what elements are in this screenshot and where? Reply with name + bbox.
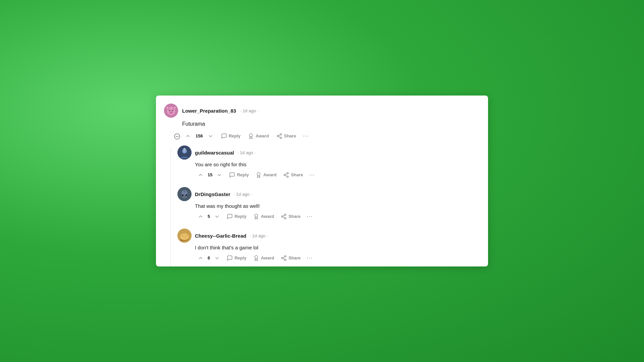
svg-line-51 — [283, 256, 285, 257]
svg-point-45 — [186, 235, 187, 236]
post-action-bar: 156 Reply Award Share ··· — [174, 131, 480, 141]
comment-3-share[interactable]: Share — [278, 254, 303, 262]
svg-rect-32 — [185, 194, 187, 196]
upvote-icon — [198, 172, 204, 178]
comment-2-actions: 5 Reply Award Share — [195, 212, 480, 221]
comment-3-more[interactable]: ··· — [305, 253, 315, 263]
thread-line-col — [164, 145, 177, 266]
thread-content: guildwarscasual · 1d ago · You are so ri… — [177, 145, 480, 266]
downvote-icon — [216, 172, 222, 178]
svg-point-23 — [257, 172, 260, 175]
svg-point-25 — [284, 174, 286, 176]
comment-2-downvote[interactable] — [211, 212, 223, 221]
comment-1-more[interactable]: ··· — [307, 170, 317, 180]
comment-2-share[interactable]: Share — [278, 212, 303, 221]
share-button[interactable]: Share — [274, 132, 299, 140]
comment-2-body: That was my thought as well! — [195, 203, 480, 209]
svg-point-36 — [281, 216, 283, 217]
comment-2-author[interactable]: DrDingsGaster — [195, 191, 230, 197]
comment-1-body: You are so right for this — [195, 162, 480, 167]
comment-3: Cheesy--Garlic-Bread · 1d ago · I don't … — [177, 229, 480, 266]
comment-1-upvote[interactable] — [195, 171, 206, 179]
share-icon — [281, 214, 287, 220]
comment-2: DrDingsGaster · 1d ago · That was my tho… — [177, 187, 480, 229]
comment-3-upvote[interactable] — [195, 254, 206, 262]
comment-1-avatar — [177, 145, 192, 160]
reply-button[interactable]: Reply — [218, 132, 243, 140]
svg-point-34 — [255, 214, 258, 217]
svg-line-27 — [285, 175, 287, 176]
svg-point-41 — [180, 233, 189, 240]
comment-3-downvote[interactable] — [211, 254, 223, 262]
svg-point-8 — [172, 110, 173, 111]
post-card: Lower_Preparation_83 · 1d ago · Futurama… — [156, 96, 488, 266]
comment-1-timestamp: · 1d ago · — [237, 150, 256, 155]
svg-point-14 — [280, 133, 282, 135]
comment-1-actions: 15 Reply Award Share — [195, 170, 480, 180]
post-avatar — [164, 104, 178, 118]
comment-2-votes: 5 — [208, 214, 210, 219]
svg-point-43 — [185, 237, 186, 238]
award-button[interactable]: Award — [245, 132, 272, 140]
comment-1-votes: 15 — [208, 172, 212, 177]
comment-3-award[interactable]: Award — [251, 254, 277, 262]
award-icon — [256, 172, 262, 178]
comment-1: guildwarscasual · 1d ago · You are so ri… — [177, 145, 480, 187]
downvote-icon — [208, 133, 214, 139]
upvote-button[interactable] — [182, 132, 194, 140]
svg-point-37 — [284, 218, 286, 219]
svg-line-50 — [283, 258, 285, 259]
svg-point-24 — [287, 172, 289, 174]
comment-3-header: Cheesy--Garlic-Bread · 1d ago · — [177, 229, 480, 243]
svg-point-13 — [250, 133, 253, 136]
upvote-icon — [198, 255, 204, 261]
svg-point-49 — [284, 259, 286, 261]
downvote-icon — [214, 214, 220, 220]
award-icon — [253, 255, 259, 261]
svg-point-46 — [255, 255, 258, 258]
svg-point-42 — [182, 235, 183, 237]
svg-rect-31 — [182, 194, 183, 196]
comment-2-more[interactable]: ··· — [305, 212, 315, 221]
comment-3-timestamp: · 1d ago · — [250, 233, 268, 238]
comment-3-reply[interactable]: Reply — [224, 254, 249, 262]
comment-1-share[interactable]: Share — [280, 171, 306, 179]
svg-point-4 — [172, 112, 173, 113]
comment-1-author[interactable]: guildwarscasual — [195, 150, 234, 156]
svg-point-3 — [170, 112, 171, 113]
comment-1-award[interactable]: Award — [253, 171, 279, 179]
reply-icon — [227, 255, 233, 261]
reply-icon — [221, 133, 227, 139]
comment-3-author[interactable]: Cheesy--Garlic-Bread — [195, 233, 246, 239]
comment-2-upvote[interactable] — [195, 212, 206, 221]
svg-point-47 — [284, 255, 286, 257]
svg-line-17 — [278, 136, 280, 137]
upvote-icon — [198, 214, 204, 220]
award-icon — [248, 133, 254, 139]
svg-point-35 — [284, 214, 286, 216]
svg-line-18 — [278, 134, 280, 135]
svg-line-39 — [283, 215, 285, 216]
comment-2-timestamp: · 1d ago · — [234, 192, 252, 197]
downvote-button[interactable] — [205, 132, 216, 140]
svg-point-26 — [287, 176, 289, 178]
share-icon — [283, 172, 289, 178]
collapse-button[interactable] — [174, 133, 180, 139]
downvote-icon — [214, 255, 220, 261]
vote-count: 156 — [196, 133, 203, 138]
comment-1-downvote[interactable] — [214, 171, 225, 179]
svg-point-48 — [281, 257, 283, 259]
comment-2-reply[interactable]: Reply — [224, 212, 249, 221]
svg-point-7 — [169, 110, 170, 111]
post-author[interactable]: Lower_Preparation_83 — [182, 108, 236, 114]
svg-point-15 — [277, 135, 279, 137]
comment-2-header: DrDingsGaster · 1d ago · — [177, 187, 480, 201]
more-options-button[interactable]: ··· — [301, 131, 311, 141]
comment-2-award[interactable]: Award — [251, 212, 277, 221]
post-timestamp: · 1d ago · — [240, 108, 258, 113]
svg-point-33 — [183, 191, 185, 193]
comment-1-header: guildwarscasual · 1d ago · — [177, 145, 480, 160]
comment-1-reply[interactable]: Reply — [226, 171, 251, 179]
reply-icon — [227, 214, 233, 220]
post-header: Lower_Preparation_83 · 1d ago · — [164, 104, 480, 118]
